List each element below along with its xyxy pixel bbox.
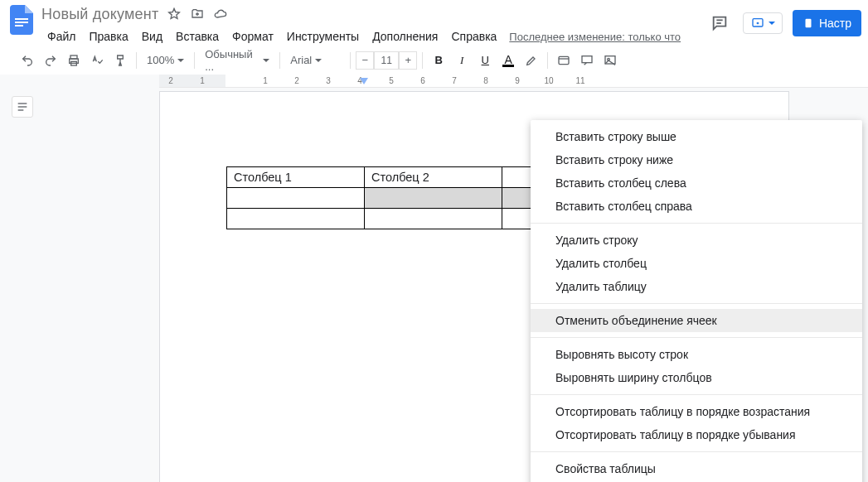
zoom-value: 100% [147,54,174,66]
context-menu-label: Удалить строку [555,234,638,247]
highlight-button[interactable] [521,50,542,71]
svg-rect-6 [807,22,809,25]
outline-toggle-icon[interactable] [12,96,33,118]
insert-comment-icon[interactable] [576,50,598,71]
share-button[interactable]: Настр [793,10,861,36]
menu-edit[interactable]: Правка [83,27,133,46]
context-menu-item[interactable]: Вставить столбец справа [531,195,862,218]
context-menu-item[interactable]: Удалить строку [531,229,862,252]
table-cell[interactable] [227,209,365,229]
paragraph-style-dropdown[interactable]: Обычный ... [200,50,274,71]
svg-rect-0 [15,18,28,20]
context-menu-item[interactable]: Вставить строку выше [531,125,862,148]
font-size-increase[interactable]: + [399,51,417,70]
context-menu-label: Отсортировать таблицу в порядке убывания [555,428,796,441]
context-menu-item[interactable]: Вставить строку ниже [531,148,862,171]
insert-link-icon[interactable] [553,50,575,71]
menu-format[interactable]: Формат [226,27,279,46]
menu-separator [531,451,862,452]
context-menu-item[interactable]: Удалить таблицу [531,275,862,298]
table-cell[interactable] [365,209,502,229]
zoom-dropdown[interactable]: 100% [142,50,189,71]
svg-rect-11 [582,55,592,62]
style-value: Обычный ... [205,48,259,73]
context-menu-item[interactable]: Выровнять ширину столбцов [531,366,862,389]
insert-image-icon[interactable] [599,50,621,71]
redo-icon[interactable] [40,50,61,71]
context-menu-label: Вставить строку выше [555,130,676,143]
menu-separator [531,303,862,304]
doc-title[interactable]: Новый документ [41,6,158,23]
context-menu-label: Удалить таблицу [555,280,647,293]
menu-help[interactable]: Справка [445,27,502,46]
print-icon[interactable] [63,50,85,71]
context-menu-label: Выровнять высоту строк [555,348,688,361]
menu-separator [531,394,862,395]
menu-separator [531,337,862,338]
menu-separator [531,223,862,224]
table-cell[interactable]: Столбец 2 [365,167,502,188]
menu-file[interactable]: Файл [41,27,81,46]
undo-icon[interactable] [17,50,38,71]
font-size-input[interactable]: 11 [374,51,399,70]
context-menu-label: Свойства таблицы [555,462,656,475]
context-menu-item[interactable]: Удалить столбец [531,252,862,275]
context-menu-item[interactable]: Отсортировать таблицу в порядке убывания [531,423,862,446]
table-context-menu: Вставить строку вышеВставить строку ниже… [531,120,862,482]
menubar: Файл Правка Вид Вставка Формат Инструмен… [41,27,706,46]
table-cell[interactable] [227,188,365,209]
font-dropdown[interactable]: Arial [285,50,345,71]
star-icon[interactable] [167,7,182,22]
horizontal-ruler[interactable]: 211234567891011 [159,75,868,88]
context-menu-label: Выровнять ширину столбцов [555,371,712,384]
context-menu-item[interactable]: Вставить столбец слева [531,171,862,195]
share-label: Настр [819,17,851,30]
svg-rect-10 [559,56,569,64]
font-value: Arial [290,54,312,66]
toolbar: 100% Обычный ... Arial − 11 + B I U A [0,46,868,76]
context-menu-item[interactable]: Выровнять высоту строк [531,343,862,366]
underline-button[interactable]: U [474,50,496,71]
last-edit-link[interactable]: Последнее изменение: только что [509,31,681,43]
context-menu-label: Отменить объединение ячеек [555,314,717,327]
context-menu-item[interactable]: Отменить объединение ячеек [531,309,862,332]
menu-tools[interactable]: Инструменты [281,27,365,46]
font-size-decrease[interactable]: − [356,51,374,70]
menu-addons[interactable]: Дополнения [366,27,444,46]
svg-rect-2 [15,25,23,27]
context-menu-label: Удалить столбец [555,257,647,270]
move-icon[interactable] [190,7,205,22]
table-cell-selected[interactable] [365,188,502,209]
menu-view[interactable]: Вид [136,27,168,46]
svg-rect-1 [15,22,28,23]
menu-insert[interactable]: Вставка [170,27,225,46]
cloud-status-icon[interactable] [213,7,228,22]
context-menu-item[interactable]: Свойства таблицы [531,457,862,480]
paint-format-icon[interactable] [109,50,131,71]
bold-button[interactable]: B [428,50,449,71]
comments-icon[interactable] [706,10,733,36]
context-menu-label: Вставить строку ниже [555,153,673,166]
text-color-button[interactable]: A [497,50,519,71]
present-button[interactable] [743,12,783,34]
context-menu-label: Вставить столбец слева [555,176,686,190]
spellcheck-icon[interactable] [86,50,108,71]
context-menu-item[interactable]: Отсортировать таблицу в порядке возраста… [531,400,862,423]
context-menu-label: Вставить столбец справа [555,200,692,213]
context-menu-label: Отсортировать таблицу в порядке возраста… [555,405,810,418]
italic-button[interactable]: I [451,50,473,71]
docs-logo[interactable] [7,5,36,35]
table-cell[interactable]: Столбец 1 [227,167,365,188]
